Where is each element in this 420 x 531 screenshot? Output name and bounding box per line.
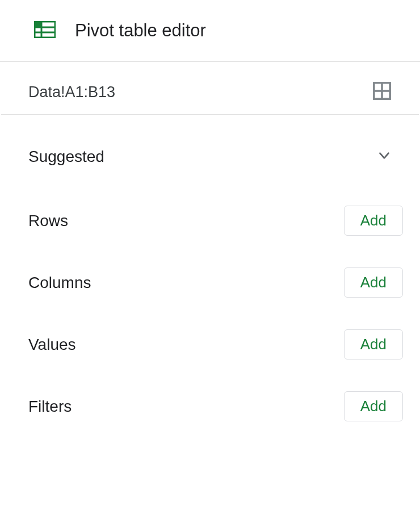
add-rows-button[interactable]: Add [344,206,403,236]
add-values-button[interactable]: Add [344,329,403,359]
panel-header: Pivot table editor [0,0,420,62]
rows-section: Rows Add [0,190,420,252]
values-label: Values [28,336,76,354]
pivot-table-editor-panel: Pivot table editor Data!A1:B13 Suggested… [0,0,420,531]
sections-container: Rows Add Columns Add Values Add Filters … [0,183,420,437]
rows-label: Rows [28,212,68,230]
suggested-label: Suggested [28,148,104,166]
data-range-row: Data!A1:B13 [1,62,419,115]
columns-label: Columns [28,274,91,292]
filters-label: Filters [28,398,72,416]
add-filters-button[interactable]: Add [344,391,403,421]
pivot-table-icon [34,21,56,40]
columns-section: Columns Add [0,252,420,313]
suggested-row[interactable]: Suggested [0,115,420,183]
select-range-button[interactable] [372,81,392,103]
data-range-text: Data!A1:B13 [28,83,115,101]
values-section: Values Add [0,313,420,375]
add-columns-button[interactable]: Add [344,267,403,298]
filters-section: Filters Add [0,375,420,437]
chevron-down-icon [377,148,392,165]
panel-title: Pivot table editor [75,20,206,41]
